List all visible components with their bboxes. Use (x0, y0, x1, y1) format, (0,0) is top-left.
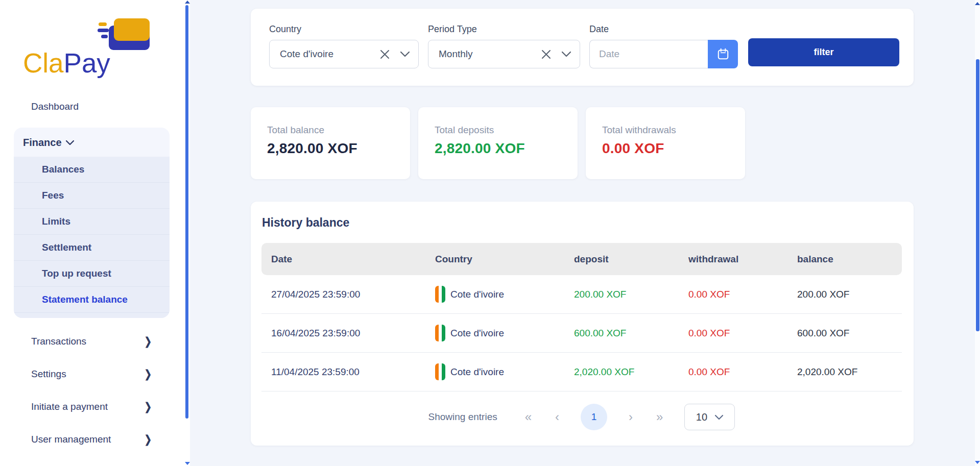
history-table-body: 27/04/2025 23:59:00Cote d'ivoire200.00 X… (261, 275, 902, 391)
finance-subitem-label: Statement balance (42, 294, 128, 305)
sidebar-finance-subitem[interactable]: Statement balance (14, 287, 170, 313)
sidebar-menu: Transactions❯Settings❯Initiate a payment… (0, 325, 190, 456)
cell-balance: 200.00 XOF (787, 289, 902, 300)
cell-withdrawal: 0.00 XOF (679, 289, 787, 300)
main-content: Country Cote d'ivoire Period Type Monthl… (190, 0, 980, 466)
chevron-down-icon (66, 140, 74, 145)
stat-card-total-withdrawals: Total withdrawals0.00 XOF (586, 107, 745, 179)
sidebar-item-initiate-a-payment[interactable]: Initiate a payment❯ (0, 390, 190, 423)
column-header-date: Date (261, 254, 425, 265)
period-type-field: Period Type Monthly (428, 24, 580, 86)
chevron-right-icon: ❯ (145, 400, 152, 413)
page-scroll-down-icon[interactable] (975, 461, 980, 464)
cell-date: 16/04/2025 23:59:00 (261, 328, 425, 339)
stats-row: Total balance2,820.00 XOFTotal deposits2… (251, 107, 914, 179)
cell-date: 11/04/2025 23:59:00 (261, 366, 425, 378)
filter-button-wrap: filter (748, 24, 899, 86)
sidebar-finance-subitem[interactable]: Fees (14, 183, 170, 209)
calendar-button[interactable] (708, 40, 738, 68)
period-clear-icon[interactable] (541, 50, 551, 59)
period-type-select-value: Monthly (439, 48, 541, 60)
history-table-header: DateCountrydepositwithdrawalbalance (261, 243, 902, 275)
stat-value: 2,820.00 XOF (267, 140, 410, 157)
column-header-balance: balance (787, 254, 902, 265)
cell-withdrawal: 0.00 XOF (679, 366, 787, 378)
cote-divoire-flag-icon (435, 286, 445, 303)
page-scrollbar-thumb[interactable] (976, 59, 979, 331)
stat-label: Total withdrawals (602, 125, 745, 136)
sidebar-scrollbar-thumb[interactable] (185, 5, 188, 419)
stat-label: Total balance (267, 125, 410, 136)
sidebar-item-user-management[interactable]: User management❯ (0, 423, 190, 456)
country-select-value: Cote d'ivoire (280, 48, 380, 60)
sidebar-finance-subitem[interactable]: Limits (14, 209, 170, 235)
logo-text-pay: Pay (64, 48, 110, 78)
page-size-select[interactable]: 10 (684, 404, 735, 430)
chevron-right-icon: ❯ (145, 335, 152, 348)
scroll-down-arrow-icon[interactable] (185, 462, 190, 465)
page-scroll-up-icon[interactable] (975, 2, 980, 5)
sidebar-finance-subitem[interactable]: Settlement (14, 235, 170, 261)
finance-subitem-label: Balances (42, 164, 84, 175)
cell-balance: 600.00 XOF (787, 328, 902, 339)
page-scrollbar[interactable] (975, 0, 980, 466)
country-label: Country (269, 24, 419, 35)
history-table: DateCountrydepositwithdrawalbalance 27/0… (261, 243, 902, 391)
date-label: Date (589, 24, 738, 35)
cell-withdrawal: 0.00 XOF (679, 328, 787, 339)
period-type-label: Period Type (428, 24, 580, 35)
cell-balance: 2,020.00 XOF (787, 366, 902, 378)
sidebar-item-dashboard[interactable]: Dashboard (31, 101, 79, 112)
country-select[interactable]: Cote d'ivoire (269, 40, 419, 68)
country-field: Country Cote d'ivoire (269, 24, 419, 86)
showing-entries-label: Showing entries (428, 411, 497, 423)
sidebar-scrollbar[interactable] (185, 0, 189, 466)
date-input[interactable] (589, 40, 708, 68)
cote-divoire-flag-icon (435, 325, 445, 341)
sidebar-finance-subitem[interactable]: Balances (14, 157, 170, 183)
filter-button[interactable]: filter (748, 38, 899, 66)
country-name: Cote d'ivoire (450, 328, 504, 339)
period-chevron-down-icon[interactable] (561, 51, 571, 57)
sidebar-item-settings[interactable]: Settings❯ (0, 358, 190, 390)
sidebar-finance-subitem[interactable]: Top up request (14, 261, 170, 287)
last-page-icon[interactable]: » (654, 411, 665, 423)
sidebar-finance-group: Finance BalancesFeesLimitsSettlementTop … (14, 128, 170, 318)
menu-item-label: Initiate a payment (31, 401, 108, 412)
cell-country: Cote d'ivoire (425, 325, 564, 341)
cote-divoire-flag-icon (435, 363, 445, 380)
chevron-right-icon: ❯ (145, 367, 152, 381)
sidebar-item-finance[interactable]: Finance (14, 128, 170, 157)
column-header-deposit: deposit (564, 254, 679, 265)
next-page-icon[interactable]: › (627, 411, 635, 423)
current-page-button[interactable]: 1 (581, 404, 607, 430)
filter-bar: Country Cote d'ivoire Period Type Monthl… (251, 9, 914, 86)
clapay-logo[interactable]: ClaPay (23, 18, 156, 79)
menu-item-label: Transactions (31, 336, 86, 347)
finance-label: Finance (23, 137, 62, 149)
page-size-chevron-down-icon (714, 414, 724, 420)
calendar-icon (716, 47, 730, 61)
stat-card-total-deposits: Total deposits2,820.00 XOF (418, 107, 578, 179)
column-header-country: Country (425, 254, 564, 265)
first-page-icon[interactable]: « (523, 411, 534, 423)
finance-subitem-label: Fees (42, 190, 64, 201)
pagination: Showing entries « ‹ 1 › » 10 (261, 399, 902, 435)
sidebar: ClaPay Dashboard Finance BalancesFeesLim… (0, 0, 190, 466)
finance-subitem-label: Settlement (42, 242, 91, 253)
prev-page-icon[interactable]: ‹ (553, 411, 561, 423)
period-type-select[interactable]: Monthly (428, 40, 580, 68)
logo-text-cla: Cla (23, 48, 64, 78)
stat-value: 0.00 XOF (602, 140, 745, 157)
page-size-value: 10 (696, 411, 707, 423)
cell-deposit: 600.00 XOF (564, 328, 679, 339)
scroll-up-arrow-icon[interactable] (185, 1, 190, 4)
country-clear-icon[interactable] (380, 50, 390, 59)
table-row: 27/04/2025 23:59:00Cote d'ivoire200.00 X… (261, 275, 902, 314)
country-chevron-down-icon[interactable] (400, 51, 410, 57)
sidebar-item-transactions[interactable]: Transactions❯ (0, 325, 190, 358)
country-name: Cote d'ivoire (450, 366, 504, 378)
stat-card-total-balance: Total balance2,820.00 XOF (251, 107, 410, 179)
menu-item-label: User management (31, 434, 111, 445)
chevron-right-icon: ❯ (145, 433, 152, 446)
